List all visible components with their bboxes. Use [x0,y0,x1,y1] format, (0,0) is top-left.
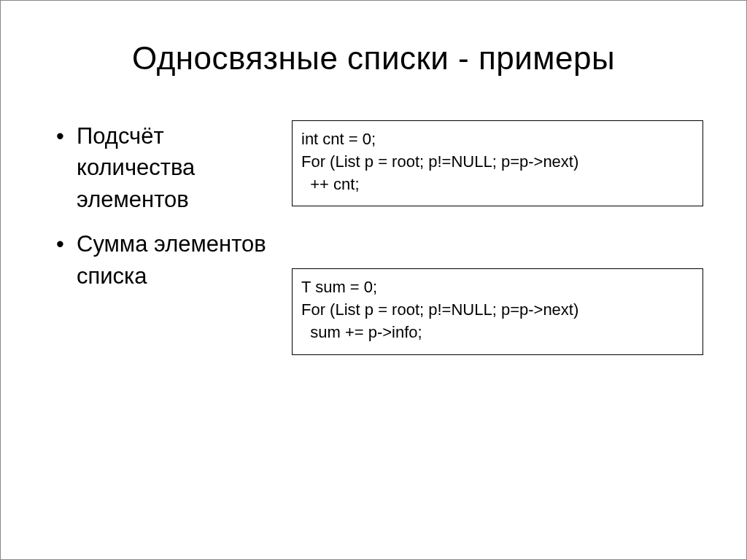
bullet-item: Подсчёт количества элементов [55,120,277,215]
bullet-item: Сумма элементов списка [55,228,277,292]
left-column: Подсчёт количества элементов Сумма элеме… [44,120,277,305]
bullet-list: Подсчёт количества элементов Сумма элеме… [55,120,277,292]
